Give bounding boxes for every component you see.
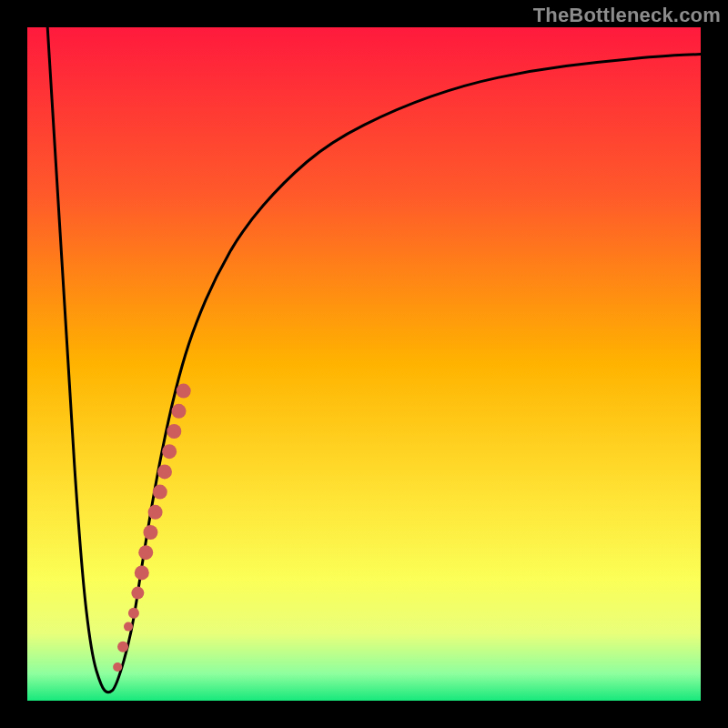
plot-area — [27, 27, 701, 701]
highlight-dot — [117, 642, 128, 652]
highlight-dot — [128, 608, 139, 619]
highlight-dot — [157, 464, 172, 479]
highlight-dot — [124, 622, 133, 632]
highlight-dot — [131, 587, 144, 600]
highlight-dot — [148, 505, 163, 520]
highlight-dot — [177, 384, 191, 399]
highlight-dot — [138, 545, 153, 560]
highlight-dot — [113, 662, 122, 672]
highlight-dot — [167, 424, 181, 439]
highlight-dot — [135, 565, 149, 580]
highlight-dot — [172, 404, 187, 419]
highlight-dot — [153, 485, 167, 500]
highlight-dot — [143, 525, 157, 540]
highlight-dot — [162, 444, 177, 459]
chart-frame: TheBottleneck.com — [0, 0, 728, 728]
gradient-background — [27, 27, 701, 701]
watermark-text: TheBottleneck.com — [533, 4, 721, 27]
chart-svg — [27, 27, 701, 701]
